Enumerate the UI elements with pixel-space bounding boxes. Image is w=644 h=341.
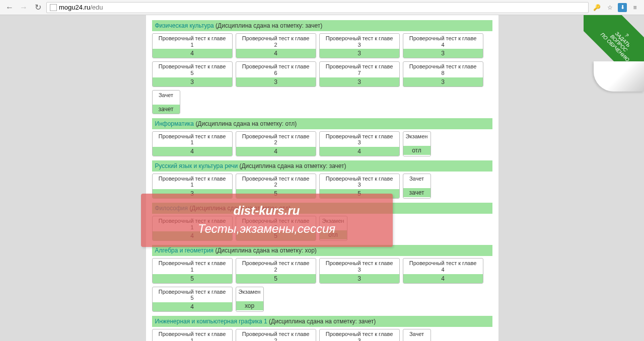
grade-value: отл	[320, 230, 347, 239]
subject-link[interactable]: Инженерная и компьютерная графика 1	[155, 318, 267, 325]
test-card[interactable]: Проверочный тест к главе44	[403, 258, 483, 283]
test-card[interactable]: Проверочный тест к главе35	[319, 329, 400, 341]
test-title: Проверочный тест к главе3	[320, 329, 399, 341]
test-card[interactable]: Проверочный тест к главе25	[236, 329, 316, 341]
test-score: 4	[320, 147, 399, 156]
test-title: Проверочный тест к главе2	[236, 132, 316, 146]
grade-value: отл	[403, 146, 431, 155]
test-title: Проверочный тест к главе2	[236, 216, 316, 230]
test-card[interactable]: Проверочный тест к главе34	[319, 131, 400, 156]
tests-row: Проверочный тест к главе15Проверочный те…	[152, 258, 492, 312]
test-score: 3	[320, 274, 399, 283]
key-icon[interactable]: 🔑	[592, 3, 602, 13]
subject-link[interactable]: Физическая культура	[155, 22, 214, 29]
test-title: Проверочный тест к главе2	[236, 259, 316, 273]
test-score: 3	[320, 49, 399, 58]
test-card[interactable]: Проверочный тест к главе13	[152, 174, 233, 199]
test-card[interactable]: Проверочный тест к главе33	[319, 258, 400, 283]
test-title: Проверочный тест к главе3	[320, 132, 399, 146]
exam-card[interactable]: Экзаменхор	[236, 287, 264, 312]
test-score: 5	[236, 274, 316, 283]
test-card[interactable]: Проверочный тест к главе14	[152, 131, 233, 156]
browser-toolbar: ← → ↻ mogu24.ru/edu 🔑 ☆ ⬇ ≡	[0, 0, 644, 15]
zachet-label: Зачет	[403, 329, 431, 341]
test-card[interactable]: Проверочный тест к главе83	[403, 61, 483, 87]
test-card[interactable]: Проверочный тест к главе15	[152, 329, 233, 341]
test-card[interactable]: Проверочный тест к главе25	[236, 216, 316, 241]
url-path: /edu	[90, 4, 103, 11]
test-card[interactable]: Проверочный тест к главе43	[403, 33, 483, 58]
grade-value: зачет	[403, 188, 431, 197]
test-title: Проверочный тест к главе5	[153, 62, 232, 76]
test-title: Проверочный тест к главе3	[320, 174, 399, 188]
test-score: 3	[403, 77, 483, 87]
subject-header: Философия (Дисциплина сдана на отметку: …	[152, 203, 492, 214]
test-card[interactable]: Проверочный тест к главе53	[152, 61, 233, 87]
zachet-card[interactable]: Зачетзачет	[152, 90, 180, 114]
test-card[interactable]: Проверочный тест к главе24	[236, 131, 316, 156]
subject-header: Информатика (Дисциплина сдана на отметку…	[152, 118, 492, 129]
zachet-label: Зачет	[153, 91, 180, 104]
subject-link[interactable]: Русский язык и культура речи	[155, 162, 238, 169]
test-title: Проверочный тест к главе2	[236, 34, 316, 48]
zachet-card[interactable]: Зачетзачет	[403, 329, 431, 341]
test-score: 4	[236, 49, 316, 58]
reload-button[interactable]: ↻	[32, 2, 43, 13]
grade-value: зачет	[153, 105, 180, 114]
page-icon	[50, 4, 57, 11]
test-card[interactable]: Проверочный тест к главе15	[152, 258, 233, 283]
test-card[interactable]: Проверочный тест к главе63	[236, 61, 316, 87]
zachet-label: Зачет	[403, 174, 431, 187]
test-title: Проверочный тест к главе4	[403, 34, 483, 48]
test-card[interactable]: Проверочный тест к главе33	[319, 33, 400, 58]
test-title: Проверочный тест к главе8	[403, 62, 483, 76]
address-bar[interactable]: mogu24.ru/edu	[46, 2, 589, 13]
download-icon[interactable]: ⬇	[618, 3, 627, 12]
test-title: Проверочный тест к главе1	[153, 329, 232, 341]
test-card[interactable]: Проверочный тест к главе25	[236, 258, 316, 283]
test-title: Проверочный тест к главе2	[236, 329, 316, 341]
subject-status: (Дисциплина сдана на отметку: отл)	[195, 120, 297, 127]
subject-status: (Дисциплина сдана на отметку: зачет)	[239, 162, 346, 169]
test-card[interactable]: Проверочный тест к главе14	[152, 33, 233, 58]
test-card[interactable]: Проверочный тест к главе25	[236, 174, 316, 199]
test-title: Проверочный тест к главе1	[153, 132, 232, 146]
tests-row: Проверочный тест к главе15Проверочный те…	[152, 329, 492, 341]
test-title: Проверочный тест к главе6	[236, 62, 316, 76]
test-title: Проверочный тест к главе1	[153, 174, 232, 188]
subject-status: (Дисциплина сдана на отметку: хор)	[215, 247, 316, 254]
page-curl-decoration	[594, 61, 644, 92]
test-score: 3	[153, 189, 232, 198]
bookmark-icon[interactable]: ☆	[605, 3, 615, 13]
url-domain: mogu24.ru	[59, 4, 90, 11]
subject-status: (Дисциплина сдана на отметку: отл)	[189, 205, 291, 212]
test-card[interactable]: Проверочный тест к главе24	[236, 33, 316, 58]
exam-label: Экзамен	[236, 287, 263, 300]
test-score: 4	[153, 302, 232, 311]
test-score: 3	[320, 77, 399, 87]
grade-value: хор	[236, 301, 263, 310]
test-score: 5	[236, 231, 316, 240]
test-title: Проверочный тест к главе1	[153, 259, 232, 273]
test-score: 3	[403, 49, 483, 58]
exam-card[interactable]: Экзаменотл	[319, 216, 347, 241]
test-title: Проверочный тест к главе2	[236, 174, 316, 188]
test-card[interactable]: Проверочный тест к главе35	[319, 174, 400, 199]
test-card[interactable]: Проверочный тест к главе54	[152, 287, 233, 312]
exam-card[interactable]: Экзаменотл	[403, 131, 431, 156]
subject-link[interactable]: Информатика	[155, 120, 194, 127]
test-card[interactable]: Проверочный тест к главе73	[319, 61, 400, 87]
exam-label: Экзамен	[403, 132, 431, 145]
subject-link[interactable]: Философия	[155, 205, 188, 212]
menu-icon[interactable]: ≡	[630, 3, 640, 13]
test-score: 3	[236, 77, 316, 87]
test-title: Проверочный тест к главе1	[153, 216, 232, 230]
test-card[interactable]: Проверочный тест к главе14	[152, 216, 233, 241]
subject-header: Физическая культура (Дисциплина сдана на…	[152, 20, 492, 31]
zachet-card[interactable]: Зачетзачет	[403, 174, 431, 199]
forward-button[interactable]: →	[18, 2, 29, 13]
subject-status: (Дисциплина сдана на отметку: зачет)	[216, 22, 322, 29]
back-button[interactable]: ←	[4, 2, 15, 13]
test-score: 4	[403, 274, 483, 283]
subject-link[interactable]: Алгебра и геометрия	[155, 247, 214, 254]
